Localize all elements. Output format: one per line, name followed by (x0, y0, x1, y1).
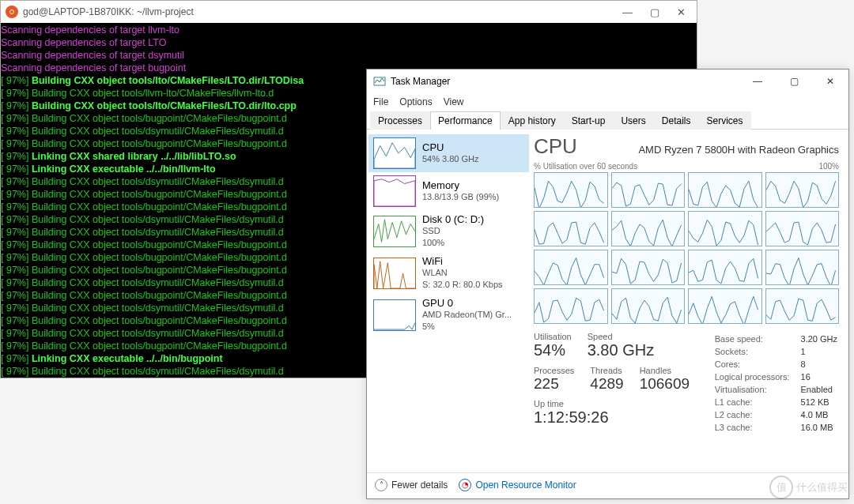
cpu-core-cell (688, 211, 762, 246)
detail-row: L2 cache:4.0 MB (715, 409, 837, 420)
sidebar-item-wifi[interactable]: WiFiWLANS: 32.0 R: 80.0 Kbps (368, 252, 529, 294)
stat-handles: Handles106609 (640, 366, 690, 393)
cpu-heading: CPU (534, 134, 577, 159)
minimize-button[interactable]: — (739, 70, 776, 93)
tab-app-history[interactable]: App history (501, 111, 564, 130)
close-button[interactable]: ✕ (812, 70, 848, 93)
menubar: FileOptionsView (367, 93, 848, 111)
terminal-title: god@LAPTOP-1B870IKK: ~/llvm-project (23, 6, 622, 17)
cpu-core-cell (688, 250, 762, 285)
stat-processes: Processes225 (534, 366, 574, 393)
close-button[interactable]: ✕ (677, 6, 686, 18)
axis-left-label: % Utilisation over 60 seconds (534, 162, 637, 171)
task-manager-icon (373, 75, 386, 88)
sidebar-item-gpu[interactable]: GPU 0AMD Radeon(TM) Gr...5% (368, 294, 529, 336)
tab-users[interactable]: Users (613, 111, 653, 130)
watermark: 值 什么值得买 (769, 476, 848, 499)
cpu-core-cell (765, 172, 840, 208)
cpu-core-cell (534, 172, 608, 208)
menu-file[interactable]: File (373, 96, 388, 107)
open-resource-monitor-link[interactable]: ◔ Open Resource Monitor (459, 479, 576, 491)
tab-performance[interactable]: Performance (430, 111, 501, 130)
stat-threads: Threads4289 (590, 366, 623, 393)
cpu-core-grid[interactable] (534, 172, 839, 324)
tab-details[interactable]: Details (654, 111, 699, 130)
maximize-button[interactable]: ▢ (776, 70, 812, 93)
detail-row: Sockets:1 (715, 346, 837, 357)
detail-row: Cores:8 (715, 359, 837, 370)
cpu-core-cell (534, 211, 608, 246)
detail-row: L3 cache:16.0 MB (715, 422, 837, 433)
stat-utilisation: Utilisation54% (534, 332, 572, 359)
cpu-core-cell (534, 250, 608, 285)
terminal-titlebar[interactable]: god@LAPTOP-1B870IKK: ~/llvm-project — ▢ … (1, 1, 697, 23)
cpu-core-cell (611, 288, 686, 324)
task-manager-titlebar[interactable]: Task Manager — ▢ ✕ (367, 70, 848, 93)
stat-up-time: Up time1:12:59:26 (534, 399, 609, 427)
cpu-core-cell (688, 172, 762, 208)
stat-speed: Speed3.80 GHz (588, 332, 654, 359)
fewer-details-button[interactable]: ˄ Fewer details (375, 479, 448, 491)
axis-right-label: 100% (818, 162, 839, 171)
ubuntu-icon (6, 6, 18, 18)
cpu-core-cell (688, 288, 762, 324)
sidebar-item-memory[interactable]: Memory13.8/13.9 GB (99%) (368, 172, 529, 210)
minimize-button[interactable]: — (622, 6, 633, 18)
detail-row: Base speed:3.20 GHz (715, 333, 837, 344)
tab-start-up[interactable]: Start-up (564, 111, 614, 130)
bulb-icon: 值 (769, 476, 793, 499)
sidebar-sparkline (373, 216, 416, 247)
tab-strip: ProcessesPerformanceApp historyStart-upU… (367, 111, 848, 130)
cpu-stats-summary: Utilisation54%Speed3.80 GHzProcesses225T… (534, 332, 699, 434)
menu-options[interactable]: Options (399, 96, 432, 107)
menu-view[interactable]: View (444, 96, 464, 107)
sidebar-sparkline (373, 175, 416, 207)
cpu-core-cell (611, 172, 686, 208)
sidebar-sparkline (373, 137, 416, 169)
cpu-core-cell (765, 211, 840, 246)
cpu-panel: CPU AMD Ryzen 7 5800H with Radeon Graphi… (529, 130, 848, 472)
detail-row: Logical processors:16 (715, 371, 837, 382)
cpu-core-cell (611, 211, 686, 246)
sidebar-sparkline (373, 299, 416, 331)
terminal-window-controls: — ▢ ✕ (622, 6, 686, 18)
resource-sidebar: CPU54% 3.80 GHzMemory13.8/13.9 GB (99%)D… (367, 130, 529, 472)
cpu-stats-details: Base speed:3.20 GHzSockets:1Cores:8Logic… (713, 332, 839, 434)
sidebar-sparkline (373, 258, 416, 289)
maximize-button[interactable]: ▢ (650, 6, 659, 18)
cpu-core-cell (534, 288, 608, 324)
sidebar-item-cpu[interactable]: CPU54% 3.80 GHz (368, 134, 529, 172)
cpu-core-cell (611, 250, 686, 285)
task-manager-window: Task Manager — ▢ ✕ FileOptionsView Proce… (366, 69, 849, 499)
cpu-model: AMD Ryzen 7 5800H with Radeon Graphics (638, 144, 839, 156)
detail-row: Virtualisation:Enabled (715, 384, 837, 395)
resource-monitor-icon: ◔ (459, 479, 471, 491)
cpu-core-cell (765, 288, 840, 324)
detail-row: L1 cache:512 KB (715, 397, 837, 408)
sidebar-item-disk[interactable]: Disk 0 (C: D:)SSD100% (368, 210, 529, 252)
tab-services[interactable]: Services (698, 111, 750, 130)
tab-processes[interactable]: Processes (370, 111, 430, 130)
chevron-up-icon: ˄ (375, 479, 387, 491)
cpu-core-cell (765, 250, 840, 285)
task-manager-title: Task Manager (391, 76, 739, 87)
